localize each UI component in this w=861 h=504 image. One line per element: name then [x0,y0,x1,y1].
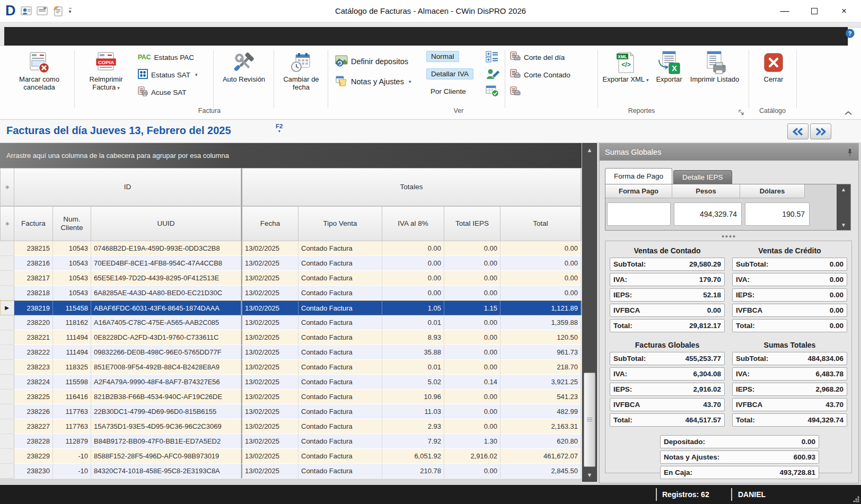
maximize-button[interactable] [800,0,829,22]
tab-detalle-ieps[interactable]: Detalle IEPS [673,170,732,184]
column-header-total[interactable]: Total [500,206,581,241]
table-row[interactable]: 2382171054365E5E149-7D2D-4439-8295-0F412… [0,271,582,286]
help-icon[interactable]: ? [845,29,855,40]
band-header-totales[interactable]: Totales [241,168,581,206]
marcar-cancelada-button[interactable]: Marcar como cancelada [7,50,71,91]
sum-label: SubTotal: [613,355,646,362]
table-row[interactable]: 2382161054370EED4BF-8CE1-4FB8-954C-47A4C… [0,256,582,271]
column-header-tipo-venta[interactable]: Tipo Venta [298,206,382,241]
panel-title-bar[interactable]: Sumas Globales [600,144,858,161]
row-indicator[interactable] [0,256,14,271]
sum-value: 2,916.02 [693,385,721,393]
pin-icon[interactable] [847,148,853,158]
row-indicator[interactable] [0,345,14,360]
table-scrollbar[interactable]: ▲ ▼ [582,143,597,482]
estatus-pac-button[interactable]: PAC Estatus PAC [138,51,194,64]
next-day-button[interactable] [810,123,831,139]
table-check-icon[interactable] [486,85,499,100]
notas-ajustes-button[interactable]: Notas y Ajustes ▾ [335,75,411,88]
panel-splitter[interactable]: •••• [600,233,858,240]
column-header-fecha[interactable]: Fecha [241,206,298,241]
column-header-uuid[interactable]: UUID [91,206,241,241]
table-row[interactable]: 238223118325851E7008-9F54-492B-88C4-B242… [0,360,582,375]
sum-label: IEPS: [736,291,754,299]
row-indicator[interactable] [0,330,14,345]
resize-grip[interactable] [853,496,859,502]
row-indicator[interactable] [0,434,14,449]
row-indicator[interactable] [0,315,14,330]
cell-total-ieps: 0.00 [444,330,500,345]
row-indicator[interactable] [0,404,14,419]
row-indicator[interactable] [0,390,14,404]
cell-tipo-venta: Contado Factura [298,315,382,330]
table-row[interactable]: ▶238219115458ABAF6FDC-6031-43F6-8645-187… [0,300,582,315]
payment-row[interactable]: 494,329.74 190.57 [605,198,850,230]
row-indicator[interactable] [0,241,14,256]
qat-customize-icon[interactable]: ▾ [69,8,72,14]
column-header-factura[interactable]: Factura [14,206,53,241]
row-indicator[interactable] [0,464,14,479]
dialog-launcher-icon[interactable] [738,108,744,118]
corte-dia-button[interactable]: Corte del día [510,51,565,64]
table-row[interactable]: 2382211114940E8228DC-A2FD-43D1-9760-C733… [0,330,582,345]
document-calc-icon[interactable] [52,5,64,16]
table-row[interactable]: 238230-1084320C74-1018-458E-95C8-2E3193C… [0,464,582,479]
minimize-button[interactable]: — [770,0,800,22]
view-list-icon[interactable] [486,51,498,65]
table-row[interactable]: 238225116416821B2B38-F66B-4534-940C-AF19… [0,390,582,404]
cerrar-button[interactable]: Cerrar [753,50,794,83]
corte-contado-button[interactable]: Corte Contado [510,68,570,81]
row-indicator[interactable] [0,449,14,464]
table-row[interactable]: 238228112879B84B9172-BB09-47F0-BB1E-ED7A… [0,434,582,449]
row-indicator[interactable] [0,360,14,375]
row-indicator[interactable] [0,419,14,434]
collapse-ribbon-icon[interactable] [844,108,853,118]
acuse-sat-button[interactable]: Acuse SAT [138,86,187,99]
auto-revision-button[interactable]: Auto Revisión [218,50,269,83]
imprimir-listado-button[interactable]: Imprimir Listado [689,50,740,83]
payment-column-dolares[interactable]: Dólares [740,184,805,198]
column-header-iva[interactable]: IVA al 8% [382,206,444,241]
table-row[interactable]: 238218105436A8285AE-4A3D-4A80-BED0-EC21D… [0,286,582,300]
ver-detallar-iva-button[interactable]: Detallar IVA [426,67,473,80]
band-header-id[interactable]: ID [14,168,241,206]
close-button[interactable]: × [829,0,859,22]
table-row[interactable]: 238229-108588F152-28F5-496D-AFC0-98B9730… [0,449,582,464]
table-row[interactable]: 238224115598A2F4A79A-9990-48F4-8AF7-B743… [0,375,582,390]
table-row[interactable]: 2382151054307468B2D-E19A-459D-993E-0DD3C… [0,241,582,256]
scroll-down-icon[interactable]: ▼ [583,468,596,481]
payment-column-forma-pago[interactable]: Forma Pago [605,184,672,198]
user-card-icon[interactable] [21,6,32,16]
payment-column-pesos[interactable]: Pesos [672,184,740,198]
definir-depositos-button[interactable]: Definir depositos [335,55,408,68]
scrollbar-thumb[interactable] [584,373,595,467]
row-indicator[interactable] [0,271,14,286]
f2-shortcut-badge[interactable]: F2 ▾ [276,123,283,133]
payment-table-scrollbar[interactable]: ▲ ▼ [837,184,850,230]
table-row[interactable]: 238220118162A16A7405-C78C-475E-A565-AAB2… [0,315,582,330]
column-header-total-ieps[interactable]: Total IEPS [444,206,500,241]
scroll-up-icon[interactable]: ▲ [583,144,596,156]
previous-day-button[interactable] [787,123,809,139]
corte-extra-button[interactable] [510,86,521,99]
estatus-sat-button[interactable]: Estatus SAT ▾ [138,68,198,81]
table-row[interactable]: 23822711776315A735D1-93E5-4D95-9C36-96C2… [0,419,582,434]
column-header-num-cliente[interactable]: Num. Cliente [53,206,91,241]
cell-total-ieps: 1.15 [444,300,500,315]
note-card-icon[interactable] [37,6,48,15]
cambiar-fecha-button[interactable]: Cambiar de fecha [278,50,324,91]
table-row[interactable]: 23822611776322B30DC1-4799-4D69-96D0-815B… [0,404,582,419]
exportar-button[interactable]: X Exportar [650,50,688,83]
table-row[interactable]: 23822211149409832266-DE0B-498C-96E0-5765… [0,345,582,360]
exportar-xml-button[interactable]: XML</> Exportar XML▾ [602,50,649,84]
tab-forma-de-pago[interactable]: Forma de Pago [605,168,672,184]
row-indicator[interactable] [0,286,14,300]
person-edit-icon[interactable] [486,68,499,83]
reimprimir-factura-button[interactable]: COPIA Relmprimir Factura▾ [78,50,134,92]
cell-fecha: 13/02/2025 [241,390,298,404]
selected-row-indicator[interactable]: ▶ [0,300,14,315]
group-by-bar[interactable]: Arrastre aquí una columna de la cabecera… [0,143,582,168]
ver-normal-button[interactable]: Normal [426,50,459,63]
ver-por-cliente-button[interactable]: Por Cliente [426,85,470,98]
row-indicator[interactable] [0,375,14,390]
